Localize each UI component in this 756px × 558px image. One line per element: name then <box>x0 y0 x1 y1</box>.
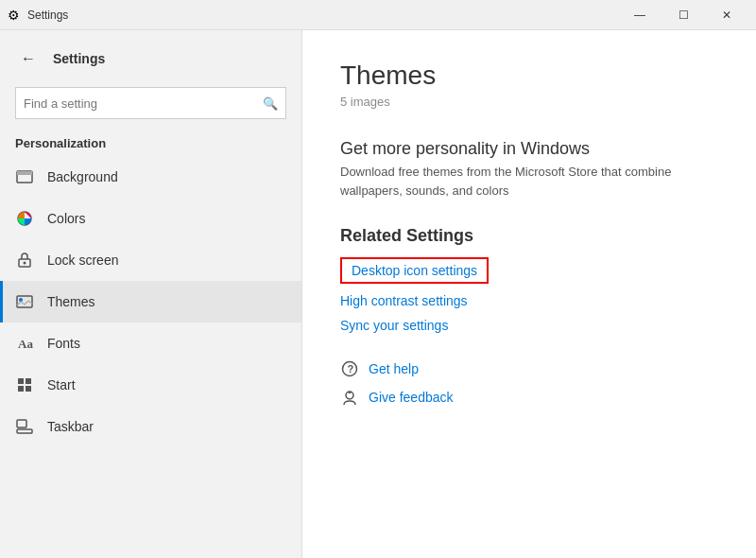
svg-rect-13 <box>17 420 26 427</box>
get-help-label: Get help <box>369 361 419 376</box>
help-section: ? Get help Give feedback <box>340 359 718 407</box>
minimize-button[interactable]: — <box>618 0 662 30</box>
feedback-icon <box>340 388 359 407</box>
lockscreen-icon <box>15 251 34 270</box>
sidebar-item-fonts-label: Fonts <box>47 336 80 351</box>
give-feedback-item[interactable]: Give feedback <box>340 388 718 407</box>
sidebar-item-start-label: Start <box>47 377 76 392</box>
get-help-item[interactable]: ? Get help <box>340 359 718 378</box>
fonts-icon: Aa <box>15 334 34 353</box>
sidebar-item-fonts[interactable]: Aa Fonts <box>0 323 301 364</box>
sync-settings-link[interactable]: Sync your settings <box>340 318 718 333</box>
sidebar-item-background-label: Background <box>47 169 118 184</box>
give-feedback-label: Give feedback <box>369 390 454 405</box>
title-bar-title: Settings <box>27 9 68 22</box>
search-input[interactable] <box>24 96 263 111</box>
sidebar-item-background[interactable]: Background <box>0 156 301 198</box>
get-help-icon: ? <box>340 359 359 378</box>
svg-rect-10 <box>18 386 24 392</box>
svg-rect-12 <box>17 429 32 433</box>
sidebar-item-themes-label: Themes <box>47 294 95 309</box>
page-title: Themes <box>340 61 718 91</box>
svg-rect-1 <box>17 171 32 175</box>
svg-rect-8 <box>18 378 24 384</box>
sidebar: ← Settings 🔍 Personalization Background <box>0 30 302 558</box>
sidebar-item-lockscreen-label: Lock screen <box>47 253 118 268</box>
sidebar-item-start[interactable]: Start <box>0 364 301 406</box>
start-icon <box>15 375 34 394</box>
svg-rect-11 <box>26 386 31 392</box>
high-contrast-settings-link[interactable]: High contrast settings <box>340 293 718 308</box>
themes-icon <box>15 292 34 311</box>
svg-point-4 <box>24 262 26 265</box>
sidebar-header: ← Settings <box>0 30 301 79</box>
title-bar-left: ⚙ Settings <box>8 8 68 23</box>
search-box[interactable]: 🔍 <box>15 87 286 119</box>
svg-rect-9 <box>26 378 31 384</box>
sidebar-item-colors-label: Colors <box>47 211 85 226</box>
settings-icon: ⚙ <box>8 8 20 23</box>
sidebar-item-taskbar-label: Taskbar <box>47 419 94 434</box>
close-button[interactable]: ✕ <box>705 0 748 30</box>
sidebar-item-themes[interactable]: Themes <box>0 281 301 323</box>
app-body: ← Settings 🔍 Personalization Background <box>0 30 756 558</box>
sidebar-item-colors[interactable]: Colors <box>0 198 301 239</box>
background-icon <box>15 167 34 186</box>
taskbar-icon <box>15 417 34 436</box>
related-settings-title: Related Settings <box>340 226 718 246</box>
svg-text:Aa: Aa <box>18 337 33 351</box>
maximize-button[interactable]: ☐ <box>662 0 705 30</box>
main-content: Themes 5 images Get more personality in … <box>302 30 756 558</box>
get-more-heading: Get more personality in Windows <box>340 139 718 159</box>
get-more-desc: Download free themes from the Microsoft … <box>340 163 718 200</box>
colors-icon <box>15 209 34 228</box>
back-button[interactable]: ← <box>15 45 42 72</box>
sidebar-item-lockscreen[interactable]: Lock screen <box>0 239 301 281</box>
sidebar-app-title: Settings <box>53 51 105 66</box>
page-subtitle: 5 images <box>340 95 718 109</box>
personalization-label: Personalization <box>0 131 301 156</box>
search-icon: 🔍 <box>263 96 278 111</box>
desktop-icon-settings-link[interactable]: Desktop icon settings <box>340 257 489 284</box>
title-bar-controls: — ☐ ✕ <box>618 0 748 30</box>
sidebar-item-taskbar[interactable]: Taskbar <box>0 406 301 447</box>
title-bar: ⚙ Settings — ☐ ✕ <box>0 0 756 30</box>
svg-text:?: ? <box>348 363 354 375</box>
